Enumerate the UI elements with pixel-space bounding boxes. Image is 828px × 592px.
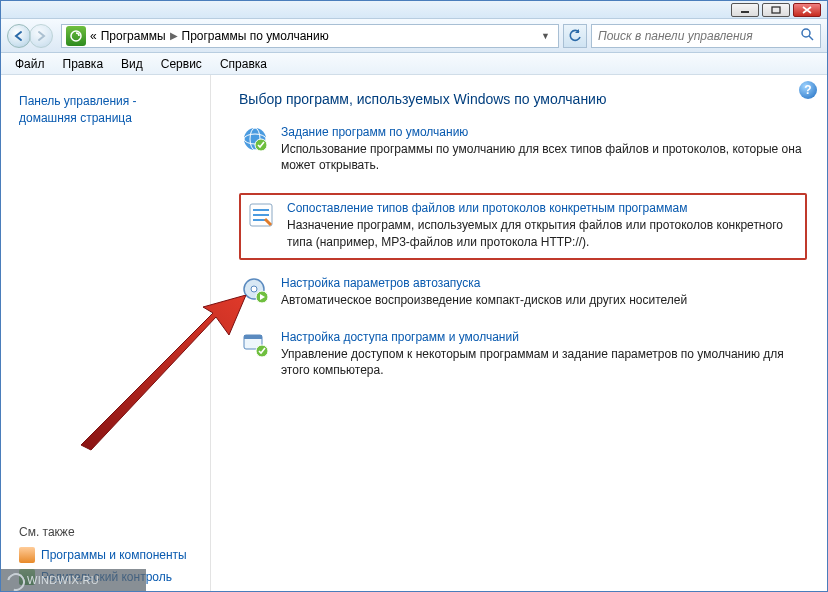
watermark: WINDWIX.RU <box>1 569 146 591</box>
see-also-header: См. также <box>19 525 198 539</box>
svg-point-3 <box>802 29 810 37</box>
search-icon[interactable] <box>800 27 814 44</box>
option-associate-types: Сопоставление типов файлов или протоколо… <box>239 193 807 259</box>
svg-point-14 <box>251 286 257 292</box>
svg-line-4 <box>809 36 813 40</box>
programs-icon <box>19 547 35 563</box>
menu-tools[interactable]: Сервис <box>153 55 210 73</box>
menu-edit[interactable]: Правка <box>55 55 112 73</box>
nav-back-forward <box>7 22 57 50</box>
access-icon <box>241 330 269 358</box>
maximize-button[interactable] <box>762 3 790 17</box>
option-link[interactable]: Настройка доступа программ и умолчаний <box>281 330 519 344</box>
option-autoplay: Настройка параметров автозапуска Автомат… <box>239 274 807 310</box>
option-link[interactable]: Настройка параметров автозапуска <box>281 276 480 290</box>
breadcrumb-item[interactable]: Программы <box>101 29 166 43</box>
associate-icon <box>247 201 275 229</box>
breadcrumb-chevrons[interactable]: « <box>90 29 97 43</box>
chevron-right-icon: ▶ <box>170 30 178 41</box>
help-button[interactable]: ? <box>799 81 817 99</box>
option-desc: Использование программы по умолчанию для… <box>281 141 805 173</box>
search-box[interactable] <box>591 24 821 48</box>
body: Панель управления - домашняя страница См… <box>1 75 827 591</box>
search-input[interactable] <box>598 29 800 43</box>
menubar: Файл Правка Вид Сервис Справка <box>1 53 827 75</box>
sidebar: Панель управления - домашняя страница См… <box>1 75 211 591</box>
control-panel-home-link[interactable]: Панель управления - домашняя страница <box>19 93 198 127</box>
option-access: Настройка доступа программ и умолчаний У… <box>239 328 807 380</box>
menu-file[interactable]: Файл <box>7 55 53 73</box>
navbar: « Программы ▶ Программы по умолчанию ▼ <box>1 19 827 53</box>
option-desc: Автоматическое воспроизведение компакт-д… <box>281 292 805 308</box>
option-link[interactable]: Задание программ по умолчанию <box>281 125 468 139</box>
close-button[interactable] <box>793 3 821 17</box>
option-desc: Назначение программ, используемых для от… <box>287 217 797 249</box>
autoplay-icon <box>241 276 269 304</box>
svg-rect-1 <box>772 7 780 13</box>
option-link[interactable]: Сопоставление типов файлов или протоколо… <box>287 201 687 215</box>
menu-help[interactable]: Справка <box>212 55 275 73</box>
address-dropdown[interactable]: ▼ <box>537 31 554 41</box>
address-bar[interactable]: « Программы ▶ Программы по умолчанию ▼ <box>61 24 559 48</box>
titlebar <box>1 1 827 19</box>
menu-view[interactable]: Вид <box>113 55 151 73</box>
globe-icon <box>241 125 269 153</box>
option-desc: Управление доступом к некоторым программ… <box>281 346 805 378</box>
forward-button[interactable] <box>29 24 53 48</box>
content: ? Выбор программ, используемых Windows п… <box>211 75 827 591</box>
refresh-button[interactable] <box>563 24 587 48</box>
breadcrumb-item[interactable]: Программы по умолчанию <box>182 29 329 43</box>
minimize-button[interactable] <box>731 3 759 17</box>
svg-rect-17 <box>244 335 262 339</box>
option-set-default: Задание программ по умолчанию Использова… <box>239 123 807 175</box>
control-panel-icon <box>66 26 86 46</box>
back-button[interactable] <box>7 24 31 48</box>
page-title: Выбор программ, используемых Windows по … <box>239 91 807 107</box>
sidebar-link-programs[interactable]: Программы и компоненты <box>19 547 198 563</box>
control-panel-window: « Программы ▶ Программы по умолчанию ▼ Ф… <box>0 0 828 592</box>
